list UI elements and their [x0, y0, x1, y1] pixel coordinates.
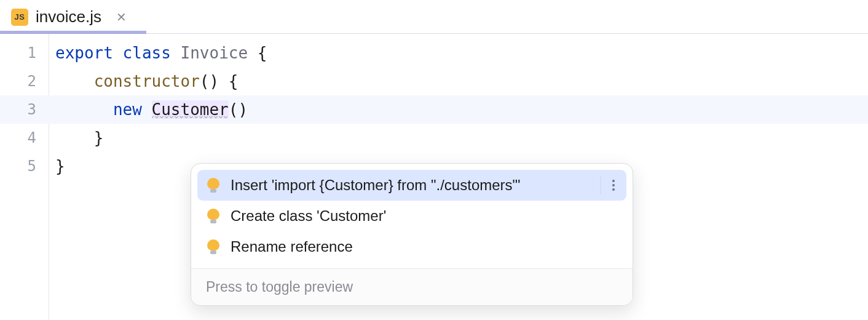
intention-actions-popup: Insert 'import {Customer} from "./custom…: [191, 163, 633, 306]
tab-filename: invoice.js: [36, 7, 101, 26]
code-line-3[interactable]: new Customer(): [49, 95, 868, 124]
intention-footer-hint[interactable]: Press to toggle preview: [191, 268, 633, 305]
line-number[interactable]: 2: [0, 67, 49, 95]
intention-item-rename-reference[interactable]: Rename reference: [197, 231, 626, 262]
line-number[interactable]: 1: [0, 39, 49, 67]
editor-tab[interactable]: JS invoice.js ✕: [0, 0, 140, 34]
tab-bar: JS invoice.js ✕: [0, 0, 868, 34]
intention-label: Rename reference: [231, 238, 618, 255]
line-number[interactable]: 5: [0, 152, 49, 180]
unresolved-reference[interactable]: Customer: [152, 100, 229, 119]
lightbulb-icon: [206, 209, 221, 223]
code-line-2[interactable]: constructor() {: [49, 67, 868, 95]
code-line-1[interactable]: export class Invoice {: [49, 39, 868, 67]
line-number[interactable]: 4: [0, 124, 49, 152]
intention-label: Create class 'Customer': [231, 207, 618, 225]
intention-item-create-class[interactable]: Create class 'Customer': [197, 201, 626, 231]
editor-area: 1 2 3 4 5 export class Invoice { constru…: [0, 34, 868, 320]
lightbulb-icon: [206, 239, 221, 254]
close-tab-icon[interactable]: ✕: [112, 7, 130, 27]
code-line-5[interactable]: }: [49, 152, 868, 180]
gutter: 1 2 3 4 5: [0, 34, 49, 320]
line-number[interactable]: 3: [0, 95, 49, 124]
code-line-4[interactable]: }: [49, 124, 868, 152]
javascript-file-icon: JS: [11, 9, 28, 26]
